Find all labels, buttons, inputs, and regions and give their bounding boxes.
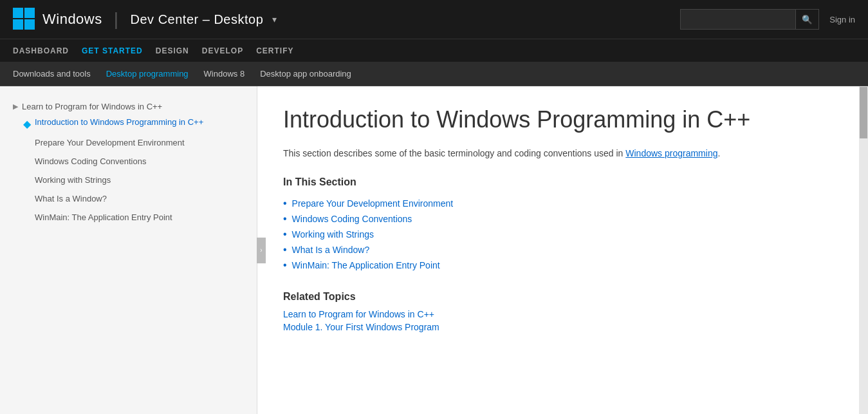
in-this-section: In This Section Prepare Your Development… xyxy=(283,176,811,273)
top-bar: Windows | Dev Center – Desktop ▾ 🔍 Sign … xyxy=(0,0,868,39)
nav-get-started[interactable]: GET STARTED xyxy=(82,46,143,55)
secondary-nav: Downloads and tools Desktop programming … xyxy=(0,62,868,86)
page-title: Introduction to Windows Programming in C… xyxy=(283,106,811,133)
svg-rect-0 xyxy=(13,8,23,18)
windows-logo-icon xyxy=(13,8,36,31)
link-working-strings[interactable]: Working with Strings xyxy=(292,229,374,240)
in-this-section-list: Prepare Your Development Environment Win… xyxy=(283,196,811,273)
search-button[interactable]: 🔍 xyxy=(796,9,819,30)
content-area: ▶ Learn to Program for Windows in C++ ◆ … xyxy=(0,86,868,414)
nav-desktop-programming[interactable]: Desktop programming xyxy=(106,69,189,79)
related-topics-heading: Related Topics xyxy=(283,291,811,303)
nav-windows8[interactable]: Windows 8 xyxy=(204,69,245,79)
search-input[interactable] xyxy=(680,9,796,30)
sidebar-item-winmain[interactable]: WinMain: The Application Entry Point xyxy=(0,209,257,227)
scrollbar-thumb[interactable] xyxy=(860,87,867,138)
logo-divider: | xyxy=(114,9,119,30)
related-link-module1[interactable]: Module 1. Your First Windows Program xyxy=(283,322,811,332)
nav-design[interactable]: DESIGN xyxy=(156,46,189,55)
link-winmain[interactable]: WinMain: The Application Entry Point xyxy=(292,260,440,270)
primary-nav: DASHBOARD GET STARTED DESIGN DEVELOP CER… xyxy=(0,39,868,62)
bullet-icon: ◆ xyxy=(23,117,31,131)
link-what-is-window[interactable]: What Is a Window? xyxy=(292,245,370,255)
list-item: WinMain: The Application Entry Point xyxy=(283,258,811,273)
list-item: What Is a Window? xyxy=(283,242,811,258)
main-content: Introduction to Windows Programming in C… xyxy=(257,86,836,414)
search-icon: 🔍 xyxy=(802,15,813,24)
site-title: Dev Center – Desktop xyxy=(131,12,264,27)
link-prepare-env[interactable]: Prepare Your Development Environment xyxy=(292,198,454,209)
related-links: Learn to Program for Windows in C++ Modu… xyxy=(283,309,811,332)
nav-desktop-onboarding[interactable]: Desktop app onboarding xyxy=(260,69,351,79)
chevron-right-icon: ▶ xyxy=(13,102,18,111)
list-item: Working with Strings xyxy=(283,227,811,242)
sidebar-item-what-is-window[interactable]: What Is a Window? xyxy=(0,190,257,209)
sidebar-level1-label: Learn to Program for Windows in C++ xyxy=(22,102,162,111)
svg-rect-1 xyxy=(24,8,35,18)
svg-rect-2 xyxy=(13,19,23,30)
nav-develop[interactable]: DEVELOP xyxy=(202,46,243,55)
link-coding-conventions[interactable]: Windows Coding Conventions xyxy=(292,214,412,224)
sidebar-item-prepare-env[interactable]: Prepare Your Development Environment xyxy=(0,134,257,153)
page-intro: This section describes some of the basic… xyxy=(283,146,811,160)
dropdown-arrow-icon[interactable]: ▾ xyxy=(272,14,277,24)
scrollbar-track[interactable] xyxy=(859,86,868,414)
sidebar-item-intro-windows[interactable]: ◆ Introduction to Windows Programming in… xyxy=(0,114,257,134)
related-link-learn-program[interactable]: Learn to Program for Windows in C++ xyxy=(283,309,811,319)
sidebar: ▶ Learn to Program for Windows in C++ ◆ … xyxy=(0,86,257,414)
nav-certify[interactable]: CERTIFY xyxy=(256,46,293,55)
logo-area: Windows | Dev Center – Desktop ▾ xyxy=(13,8,277,31)
nav-dashboard[interactable]: DASHBOARD xyxy=(13,46,69,55)
sidebar-item-coding-conventions[interactable]: Windows Coding Conventions xyxy=(0,153,257,171)
sign-in-link[interactable]: Sign in xyxy=(829,15,855,24)
sidebar-toggle[interactable]: › xyxy=(257,238,266,263)
sidebar-item-working-strings[interactable]: Working with Strings xyxy=(0,171,257,190)
svg-rect-3 xyxy=(24,19,35,30)
sidebar-level2-label: Introduction to Windows Programming in C… xyxy=(35,117,203,128)
windows-programming-link[interactable]: Windows programming xyxy=(625,148,717,158)
sidebar-item-learn-program[interactable]: ▶ Learn to Program for Windows in C++ xyxy=(0,99,257,114)
search-area: 🔍 xyxy=(680,9,819,30)
logo-text: Windows xyxy=(42,11,102,28)
in-this-section-heading: In This Section xyxy=(283,176,811,188)
list-item: Windows Coding Conventions xyxy=(283,211,811,227)
list-item: Prepare Your Development Environment xyxy=(283,196,811,211)
nav-downloads[interactable]: Downloads and tools xyxy=(13,69,91,79)
related-topics: Related Topics Learn to Program for Wind… xyxy=(283,291,811,332)
